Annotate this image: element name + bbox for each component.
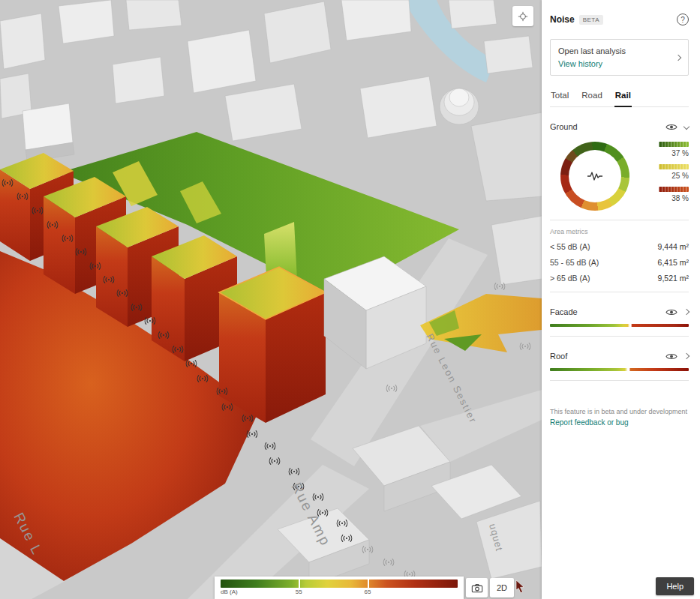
metric-value: 9,444 m² (658, 242, 689, 251)
open-last-analysis-card[interactable]: Open last analysis View history (550, 39, 689, 76)
map-3d-view[interactable]: Rue Leon Sestier Rue Amp Rue L uquet (0, 0, 542, 599)
app-window: Rue Leon Sestier Rue Amp Rue L uquet dB … (0, 0, 700, 599)
visibility-eye-icon[interactable] (665, 123, 677, 131)
waveform-icon (587, 170, 603, 182)
noise-distribution-donut-chart (560, 142, 629, 211)
noise-panel: Noise BETA ? Open last analysis View his… (542, 0, 700, 599)
roof-distribution-bar (550, 368, 689, 371)
ground-noise-summary: 37 % 25 % 38 % (550, 142, 689, 211)
facade-label: Facade (550, 307, 578, 316)
mid-range-percent: 25 % (671, 172, 689, 180)
legend-label-65: 65 (364, 589, 371, 595)
tab-rail[interactable]: Rail (614, 88, 632, 107)
tab-total[interactable]: Total (550, 88, 569, 106)
open-last-analysis-label: Open last analysis (558, 46, 626, 55)
metric-value: 9,521 m² (658, 274, 689, 283)
visibility-eye-icon[interactable] (665, 352, 677, 361)
legend-unit: dB (A) (221, 589, 238, 595)
low-range-bar (659, 142, 689, 147)
high-range-percent: 38 % (671, 194, 689, 202)
chevron-right-icon (675, 54, 681, 60)
legend-tick-55 (299, 580, 300, 588)
crosshair-icon (517, 8, 529, 25)
chevron-right-icon[interactable] (683, 353, 689, 359)
metric-value: 6,415 m² (658, 258, 689, 267)
roof-section-header[interactable]: Roof (550, 352, 689, 361)
beta-badge: BETA (579, 15, 603, 25)
chevron-down-icon[interactable] (683, 124, 689, 130)
mid-range-bar (659, 164, 689, 169)
metric-row-low: < 55 dB (A) 9,444 m² (550, 242, 689, 251)
low-range-percent: 37 % (671, 149, 689, 157)
ground-label: Ground (550, 122, 578, 131)
locate-crosshair-button[interactable] (512, 6, 533, 26)
help-button[interactable]: Help (656, 577, 694, 595)
metric-row-high: > 65 dB (A) 9,521 m² (550, 274, 689, 283)
stat-high: 38 % (659, 187, 689, 202)
facade-distribution-bar (550, 324, 689, 327)
view-history-link[interactable]: View history (558, 59, 626, 68)
panel-header: Noise BETA ? (550, 13, 689, 25)
facade-section-header[interactable]: Facade (550, 307, 689, 316)
legend-tick-65 (368, 580, 369, 588)
visibility-eye-icon[interactable] (665, 308, 677, 316)
noise-legend: dB (A) 55 65 (215, 577, 464, 599)
stat-mid: 25 % (659, 164, 689, 180)
panel-title: Noise (550, 14, 575, 25)
beta-note: This feature is in beta and under develo… (550, 408, 689, 415)
roof-label: Roof (550, 352, 567, 361)
toggle-2d-button[interactable]: 2D (490, 578, 514, 598)
ground-section-header[interactable]: Ground (550, 122, 689, 131)
screenshot-camera-button[interactable] (466, 578, 488, 598)
metric-range: 55 - 65 dB (A) (550, 258, 599, 267)
metric-row-mid: 55 - 65 dB (A) 6,415 m² (550, 258, 689, 267)
area-metrics-label: Area metrics (550, 228, 689, 235)
camera-icon (471, 583, 483, 593)
stat-low: 37 % (659, 142, 689, 157)
legend-label-55: 55 (296, 589, 302, 595)
metric-range: > 65 dB (A) (550, 274, 590, 283)
panel-help-icon[interactable]: ? (677, 13, 689, 25)
chevron-right-icon[interactable] (683, 309, 689, 315)
noise-source-tabs: Total Road Rail (550, 88, 689, 107)
mouse-cursor (515, 580, 527, 594)
analysis-card-text: Open last analysis View history (558, 46, 626, 68)
tab-road[interactable]: Road (581, 88, 603, 106)
report-feedback-link[interactable]: Report feedback or bug (550, 418, 689, 427)
noise-legend-gradient (221, 580, 458, 588)
high-range-bar (659, 187, 689, 192)
noise-range-stats: 37 % 25 % 38 % (659, 142, 689, 209)
metric-range: < 55 dB (A) (550, 242, 590, 251)
